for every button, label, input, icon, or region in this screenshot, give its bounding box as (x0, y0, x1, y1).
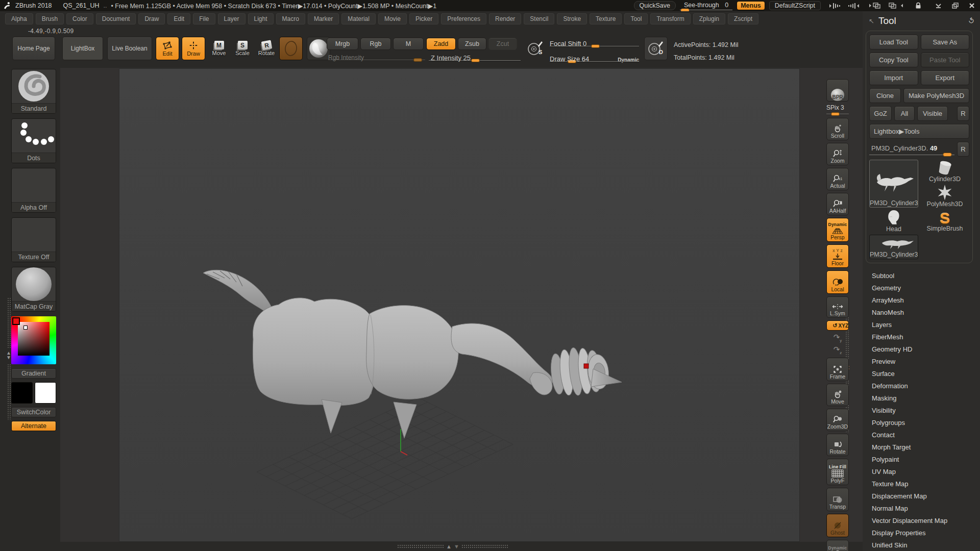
move-mode-button[interactable]: M Move (208, 37, 230, 60)
zsub-button[interactable]: Zsub (458, 38, 486, 50)
current-material-button[interactable]: MatCap Gray (11, 267, 56, 312)
menu-item[interactable]: Tool (624, 13, 648, 24)
draw-size-slider[interactable]: Draw Size 64 Dynamic (550, 55, 639, 63)
lightbox-tools-button[interactable]: Lightbox▶Tools (869, 124, 969, 139)
goz-visible-button[interactable]: Visible (917, 106, 948, 121)
rotate-z-icon[interactable]: ↷z (834, 345, 842, 355)
ghost-button[interactable]: Ghost (826, 514, 849, 537)
tool-section-item[interactable]: Polygroups (863, 416, 980, 429)
sculpt-brush-s-button[interactable]: S (524, 37, 547, 60)
stroke-current-swatch[interactable] (279, 37, 303, 60)
expand-dividers-icon[interactable] (846, 3, 860, 9)
tool-section-item[interactable]: FiberMesh (863, 331, 980, 343)
local-button[interactable]: Local (826, 270, 849, 294)
zadd-button[interactable]: Zadd (426, 38, 456, 50)
tool-section-item[interactable]: Normal Map (863, 502, 980, 514)
tray-open-arrow-icon[interactable]: ▲ (446, 544, 452, 549)
aahalf-button[interactable]: AAHalf (826, 193, 849, 215)
lock-icon[interactable] (915, 2, 922, 9)
tool-section-item[interactable]: Surface (863, 367, 980, 380)
canvas-document[interactable] (119, 68, 800, 542)
tool-thumb-selected[interactable]: PM3D_Cylinder3 (869, 160, 918, 208)
lightbox-button[interactable]: LightBox (62, 37, 103, 60)
previous-window-icon[interactable] (869, 2, 884, 9)
alternate-button[interactable]: Alternate (11, 421, 56, 431)
tool-section-item[interactable]: Geometry (863, 282, 980, 294)
move-canvas-button[interactable]: Move (826, 384, 849, 406)
menu-item[interactable]: Edit (167, 13, 190, 24)
rgb-button[interactable]: Rgb (360, 38, 391, 50)
tool-r-button[interactable]: R (957, 142, 969, 157)
rgb-intensity-slider[interactable]: Rgb Intensity (328, 54, 425, 61)
menus-button[interactable]: Menus (737, 1, 765, 10)
solo-button[interactable]: Dynamic Solo (826, 540, 849, 551)
make-polymesh3d-button[interactable]: Make PolyMesh3D (903, 88, 969, 103)
menu-item[interactable]: Material (341, 13, 376, 24)
tool-section-item[interactable]: Deformation (863, 380, 980, 392)
goz-r-button[interactable]: R (957, 106, 969, 121)
menu-item[interactable]: Layer (218, 13, 246, 24)
tool-section-item[interactable]: Vector Displacement Map (863, 514, 980, 527)
lsym-button[interactable]: L.Sym (826, 296, 849, 318)
xyz-button[interactable]: ↺ XYZ (826, 320, 849, 331)
quicksave-button[interactable]: QuickSave (634, 1, 676, 10)
live-boolean-button[interactable]: Live Boolean (107, 37, 152, 60)
restore-icon[interactable] (952, 3, 959, 9)
paste-tool-button[interactable]: Paste Tool (921, 53, 970, 67)
load-tool-button[interactable]: Load Tool (869, 35, 918, 49)
menu-item[interactable]: Alpha (5, 13, 33, 24)
color-picker[interactable] (11, 316, 56, 364)
bpr-button[interactable]: BPR (826, 79, 849, 102)
menu-item[interactable]: Brush (36, 13, 64, 24)
current-alpha-button[interactable]: Alpha Off (11, 168, 56, 213)
tool-thumb-cylinder3d[interactable]: Cylinder3D (920, 160, 969, 183)
menu-item[interactable]: Movie (378, 13, 407, 24)
default-zscript-button[interactable]: DefaultZScript (769, 1, 821, 10)
color-sv-square[interactable] (18, 322, 50, 356)
current-brush-button[interactable]: Standard (11, 69, 56, 114)
menu-item[interactable]: Macro (276, 13, 305, 24)
transp-button[interactable]: Transp (826, 488, 849, 511)
scale-mode-button[interactable]: S Scale (231, 37, 254, 60)
m-button[interactable]: M (393, 38, 424, 50)
rotate-canvas-button[interactable]: Rotate (826, 434, 849, 456)
goz-all-button[interactable]: All (894, 106, 915, 121)
main-color-swatch[interactable] (11, 382, 33, 404)
polyf-button[interactable]: Line Fill PolyF (826, 459, 849, 485)
tool-section-item[interactable]: Polypaint (863, 453, 980, 465)
save-as-button[interactable]: Save As (921, 35, 970, 49)
see-through-slider[interactable]: See-through 0 (680, 2, 732, 10)
left-tray-divider2[interactable] (7, 364, 11, 420)
menu-item[interactable]: Marker (308, 13, 339, 24)
panel-collapse-icon[interactable]: ↖ (869, 17, 874, 25)
tool-section-item[interactable]: Display Properties (863, 527, 980, 539)
shrink-dividers-icon[interactable] (829, 3, 842, 9)
spix-slider[interactable]: SPix 3 (826, 104, 849, 115)
persp-button[interactable]: Dynamic Persp (826, 218, 849, 242)
menu-item[interactable]: Zscript (728, 13, 758, 24)
left-tray-divider[interactable] (7, 297, 11, 348)
menu-item[interactable]: Transform (650, 13, 690, 24)
tool-section-item[interactable]: Displacement Map (863, 490, 980, 502)
minimize-icon[interactable] (935, 3, 942, 9)
menu-item[interactable]: Render (489, 13, 521, 24)
current-texture-button[interactable]: Texture Off (11, 217, 56, 262)
switch-color-button[interactable]: SwitchColor (11, 407, 56, 417)
tool-thumb-last[interactable]: PM3D_Cylinder3 (869, 235, 918, 259)
tool-section-item[interactable]: NanoMesh (863, 306, 980, 318)
tool-section-item[interactable]: Preview (863, 355, 980, 367)
left-tray-divider-arrows[interactable]: ▲▼ (6, 350, 11, 360)
menu-item[interactable]: Stroke (557, 13, 587, 24)
frame-button[interactable]: Frame (826, 358, 849, 381)
menu-item[interactable]: Preferences (441, 13, 486, 24)
tool-section-item[interactable]: Layers (863, 318, 980, 331)
floor-button[interactable]: x Y z Floor (826, 244, 849, 268)
tool-section-item[interactable]: Masking (863, 392, 980, 404)
actual-button[interactable]: x1 Actual (826, 168, 849, 190)
rotate-y-icon[interactable]: ↷y (834, 333, 842, 343)
menu-item[interactable]: Picker (409, 13, 438, 24)
goz-button[interactable]: GoZ (869, 106, 892, 121)
menu-item[interactable]: Light (248, 13, 274, 24)
tool-section-item[interactable]: UV Map (863, 465, 980, 478)
menu-item[interactable]: Draw (138, 13, 165, 24)
